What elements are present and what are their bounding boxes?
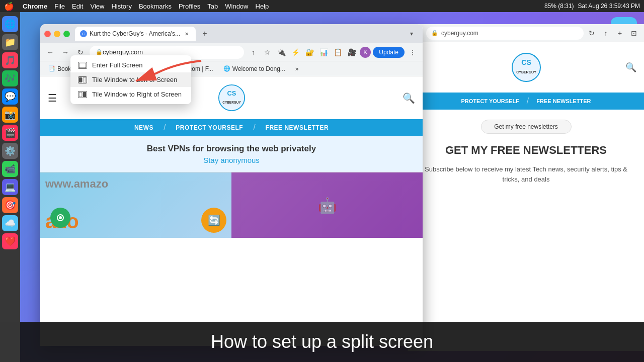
menu-window[interactable]: Window [221,3,252,10]
extension5-icon[interactable]: 📋 [332,46,344,58]
menu-tab[interactable]: Tab [204,3,221,10]
newsletter-desc: Subscribe below to receive my latest Tec… [418,164,634,184]
dock-discord[interactable]: 💻 [2,179,18,195]
tab-menu-button[interactable]: ▾ [405,27,419,41]
bookmark-more[interactable]: » [291,64,303,74]
right-nav-protect[interactable]: PROTECT YOURSELF [461,98,519,104]
cyberguy-logo[interactable]: CS CYBERGUY [218,84,246,112]
nav-protect[interactable]: PROTECT YOURSELF [176,124,243,131]
minimize-button[interactable] [54,31,60,37]
search-icon[interactable]: 🔍 [403,92,415,104]
svg-rect-12 [83,77,86,82]
bookmark-star-icon[interactable]: ☆ [261,46,273,58]
newsletter-button[interactable]: Get my free newsletters [481,120,572,134]
context-menu: Enter Full Screen Tile Window to Left of… [70,55,191,104]
right-reader-button[interactable]: ⊡ [628,27,640,39]
forward-button[interactable]: → [59,46,71,58]
dock-settings[interactable]: ⚙️ [2,143,18,159]
nav-news[interactable]: NEWS [134,124,153,131]
right-cyberguy-header: CS CYBERGUY 🔍 [408,42,644,93]
menu-edit[interactable]: Edit [68,3,87,10]
context-enter-fullscreen[interactable]: Enter Full Screen [70,58,191,72]
avatar-icon[interactable]: K [360,47,371,58]
svg-point-9 [59,216,62,219]
right-lock-icon: 🔒 [431,30,438,36]
chrome-menu-icon[interactable]: ⋮ [407,46,419,58]
chrome-tab-active[interactable]: C Kurt the CyberGuy's - America's... ✕ [75,27,196,41]
vpn-subtitle: Stay anonymous [48,156,415,164]
extension1-icon[interactable]: 🔌 [275,46,287,58]
svg-rect-10 [79,63,86,68]
dock-finder[interactable]: 📁 [2,34,18,50]
fullscreen-label: Enter Full Screen [92,61,142,69]
extension3-icon[interactable]: 🔐 [303,46,315,58]
back-button[interactable]: ← [44,46,56,58]
chrome-window-left: C Kurt the CyberGuy's - America's... ✕ +… [40,24,423,346]
dock-music[interactable]: 🎵 [2,52,18,68]
right-share-button[interactable]: ↑ [600,27,612,39]
right-logo[interactable]: CS CYBERGUY [511,52,541,82]
tile-left-icon [78,76,87,83]
menu-help[interactable]: Help [252,3,273,10]
close-button[interactable] [44,31,51,37]
tab-favicon: C [80,30,87,37]
right-nav-newsletter[interactable]: FREE NEWSLETTER [536,98,591,104]
context-tile-left[interactable]: Tile Window to Left of Screen [70,72,191,87]
caption-text: How to set up a split screen [211,331,433,352]
chrome-titlebar-left: C Kurt the CyberGuy's - America's... ✕ +… [40,24,423,43]
dock-chrome[interactable]: 🌐 [2,16,18,32]
dock-photos[interactable]: 📸 [2,107,18,123]
new-tab-button[interactable]: + [198,27,212,41]
apple-menu[interactable]: 🍎 [4,2,14,11]
nav-newsletter[interactable]: FREE NEWSLETTER [266,124,329,131]
dock-itunes[interactable]: 🎬 [2,125,18,141]
right-url-text: cyberguy.com [441,30,478,37]
dock-facetime[interactable]: 📹 [2,161,18,177]
right-add-button[interactable]: + [614,27,626,39]
tab-close-btn[interactable]: ✕ [183,30,191,38]
dock-spotify[interactable]: 🎶 [2,70,18,86]
menu-chrome[interactable]: Chrome [19,3,51,10]
tile-right-label: Tile Window to Right of Screen [92,90,182,98]
svg-rect-11 [79,77,82,82]
newsletter-section: Get my free newsletters GET MY FREE NEWS… [408,110,644,194]
extension2-icon[interactable]: ⚡ [289,46,301,58]
zoom-level: 85% (8:31) [544,3,574,10]
tile-left-label: Tile Window to Left of Screen [92,76,177,83]
extension4-icon[interactable]: 📊 [317,46,330,58]
right-url-bar[interactable]: 🔒 cyberguy.com [426,27,584,40]
dock-app3[interactable]: ❤️ [2,233,18,249]
svg-text:CYBERGUY: CYBERGUY [516,70,536,74]
right-search-icon[interactable]: 🔍 [625,62,636,73]
right-article-image[interactable]: 🤖 [231,172,423,238]
context-tile-right[interactable]: Tile Window to Right of Screen [70,87,191,102]
menu-profiles[interactable]: Profiles [175,3,204,10]
clock: Sat Aug 26 3:59:43 PM [578,3,640,10]
menu-bar: 🍎 Chrome File Edit View History Bookmark… [0,0,644,12]
bookmark-item-3[interactable]: 🌐 Welcome to Dong... [219,64,289,74]
hamburger-menu-icon[interactable]: ☰ [48,92,57,104]
dock-app2[interactable]: ☁️ [2,215,18,231]
tile-right-icon [78,91,87,98]
maximize-button[interactable] [63,31,70,37]
vpn-banner: Best VPNs for browsing the web privately… [40,136,423,172]
svg-rect-14 [83,92,86,97]
extension6-icon[interactable]: 🎥 [346,46,358,58]
dock-app1[interactable]: 🎯 [2,197,18,213]
svg-text:CYBERGUY: CYBERGUY [222,101,241,104]
share-icon[interactable]: ↑ [247,46,259,58]
window-controls [44,31,70,37]
fullscreen-icon [78,62,87,69]
menu-view[interactable]: View [87,3,108,10]
update-button[interactable]: Update [373,47,405,58]
left-article-image[interactable]: www.amazo azo 🔄 [40,172,231,238]
right-reload-button[interactable]: ↻ [586,27,598,39]
right-nav: PROTECT YOURSELF / FREE NEWSLETTER [408,93,644,110]
menu-file[interactable]: File [51,3,68,10]
chrome-window-right: ← 🔒 cyberguy.com ↻ ↑ + ⊡ CS CYBERGUY 🔍 [408,24,644,351]
svg-text:CS: CS [521,58,531,66]
svg-rect-13 [79,92,82,97]
dock-messages[interactable]: 💬 [2,88,18,105]
menu-bookmarks[interactable]: Bookmarks [135,3,175,10]
menu-history[interactable]: History [108,3,135,10]
